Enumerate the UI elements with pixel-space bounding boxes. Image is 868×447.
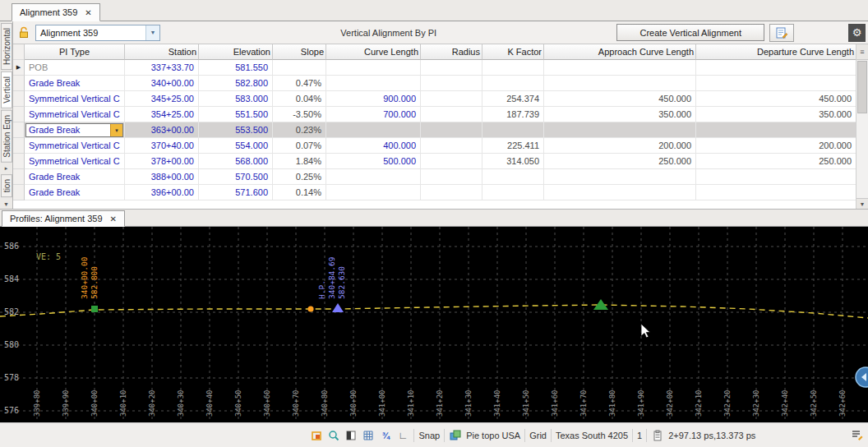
sidebar-tab-horizontal[interactable]: Horizontal [1,23,12,70]
col-curve-length[interactable]: Curve Length [326,44,421,60]
sidebar-scroll-down-icon[interactable]: ▼ [3,200,9,209]
row-selector[interactable] [13,169,25,185]
profile-view[interactable]: 586584582580578576 339+80339+90340+00340… [0,227,868,422]
grid-cell[interactable]: 0.04% [273,91,326,107]
profile-line[interactable] [0,305,868,318]
lock-icon[interactable] [17,26,30,39]
grid-cell[interactable] [326,60,421,76]
table-row[interactable]: Grade Break340+00.00582.8000.47% [13,76,856,91]
selection-count-label[interactable]: 1 [637,431,642,440]
col-approach-curve-length[interactable]: Approach Curve Length [544,44,696,60]
table-row[interactable]: Grade Break388+00.00570.5000.25% [13,169,856,185]
grid-cell[interactable] [482,185,544,200]
row-selector[interactable] [13,76,25,91]
grid-cell[interactable]: 225.411 [482,138,544,154]
pi-type-combobox[interactable]: Grade Break▼ [25,123,123,137]
grid-cell[interactable] [326,122,421,138]
pan-widget[interactable] [856,367,868,387]
scrollbar-thumb[interactable] [857,61,867,113]
grid-cell[interactable]: 396+00.00 [125,185,199,200]
grid-cell[interactable]: -3.50% [273,107,326,122]
grid-cell[interactable]: 314.050 [482,154,544,169]
grid-cell[interactable]: 0.14% [273,185,326,200]
view-update-icon[interactable] [327,429,340,442]
vpi-circle-marker[interactable] [307,306,313,311]
grid-cell[interactable]: 340+00.00 [125,76,199,91]
table-row[interactable]: Grade Break▼363+00.00553.5000.23% [13,122,856,138]
row-selector[interactable]: ▶ [13,60,25,76]
pi-type-cell[interactable]: Grade Break [25,169,125,185]
grid-cell[interactable] [326,169,421,185]
row-selector[interactable] [13,91,25,107]
grid-cell[interactable]: 0.07% [273,138,326,154]
tab-alignment-359[interactable]: Alignment 359 ✕ [12,3,100,21]
grid-cell[interactable]: 350.000 [696,107,856,122]
col-departure-curve-length[interactable]: Departure Curve Length [696,44,856,60]
grid-cell[interactable]: 450.000 [544,91,696,107]
snap-mode-label[interactable]: Snap [418,431,440,440]
alignment-dropdown[interactable]: Alignment 359 ▼ [35,25,160,41]
grid-cell[interactable]: 554.000 [199,138,273,154]
grid-cell[interactable]: 254.374 [482,91,544,107]
profile-canvas[interactable]: 586584582580578576 339+80339+90340+00340… [0,227,868,422]
grid-cell[interactable] [421,91,482,107]
pi-type-cell[interactable]: POB [25,60,125,76]
grid-cell[interactable]: 187.739 [482,107,544,122]
grid-cell[interactable] [421,138,482,154]
vpi-square-marker[interactable] [91,306,98,312]
grid-toggle-icon[interactable] [362,429,375,442]
grid-cell[interactable] [544,122,696,138]
grid-cell[interactable]: 581.550 [199,60,273,76]
grid-cell[interactable] [421,122,482,138]
grid-cell[interactable] [544,169,696,185]
grid-cell[interactable] [696,185,856,200]
gear-icon[interactable]: ⚙ [848,24,866,42]
row-selector[interactable] [13,107,25,122]
grid-cell[interactable] [696,76,856,91]
grid-cell[interactable]: 370+40.00 [125,138,199,154]
gcs-label[interactable]: Texas South 4205 [556,431,628,440]
grid-cell[interactable] [326,185,421,200]
pi-type-cell[interactable]: Symmetrical Vertical C [25,91,125,107]
pi-type-cell[interactable]: Grade Break▼ [25,122,125,138]
table-row[interactable]: Grade Break396+00.00571.6000.14% [13,185,856,200]
grid-cell[interactable]: 0.25% [273,169,326,185]
sidebar-tab-vertical[interactable]: Vertical [1,71,12,108]
grid-cell[interactable] [326,76,421,91]
grid-cell[interactable]: 500.000 [326,154,421,169]
grid-cell[interactable]: 0.23% [273,122,326,138]
fence-toggle-icon[interactable] [310,429,323,442]
scale-toggle-icon[interactable]: ¾ [379,429,392,442]
table-row[interactable]: Symmetrical Vertical C378+00.00568.0001.… [13,154,856,169]
grid-cell[interactable] [482,60,544,76]
grid-cell[interactable] [544,76,696,91]
col-elevation[interactable]: Elevation [199,44,273,60]
row-selector[interactable] [13,138,25,154]
grid-cell[interactable]: 337+33.70 [125,60,199,76]
active-model-label[interactable]: Pie topo USA [466,431,520,440]
grid-cell[interactable] [273,60,326,76]
message-center-icon[interactable] [850,429,863,442]
col-k-factor[interactable]: K Factor [482,44,544,60]
grid-cell[interactable]: 568.000 [199,154,273,169]
grid-cell[interactable] [421,60,482,76]
sidebar-tab-station-eqn[interactable]: Station Eqn [1,110,12,163]
grid-cell[interactable]: 378+00.00 [125,154,199,169]
pi-type-cell[interactable]: Symmetrical Vertical C [25,138,125,154]
grid-cell[interactable]: 363+00.00 [125,122,199,138]
grid-cell[interactable]: 350.000 [544,107,696,122]
vertical-scrollbar[interactable]: ≡ ▼ [856,44,868,209]
grid-cell[interactable]: 570.500 [199,169,273,185]
grid-menu-icon[interactable]: ≡ [856,44,868,60]
scrollbar-track[interactable] [856,60,868,198]
grid-cell[interactable] [482,76,544,91]
row-selector[interactable] [13,122,25,138]
sidebar-tab-partial[interactable]: tion [1,174,12,197]
grid-cell[interactable]: 450.000 [696,91,856,107]
grid-cell[interactable]: 571.600 [199,185,273,200]
grid-cell[interactable] [544,185,696,200]
grid-cell[interactable] [421,76,482,91]
grid-cell[interactable]: 551.500 [199,107,273,122]
close-icon[interactable]: ✕ [85,8,91,17]
table-row[interactable]: Symmetrical Vertical C345+25.00583.0000.… [13,91,856,107]
